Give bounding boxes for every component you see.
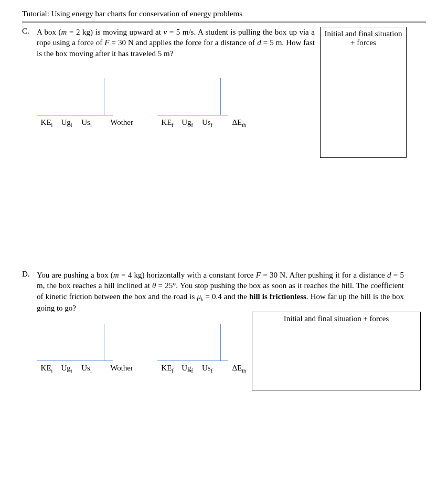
label-ug-i: Ugi	[57, 118, 77, 128]
chart-x-axis	[37, 361, 113, 361]
label-us-f: Usf	[197, 364, 217, 374]
situation-box-line: + forces	[321, 38, 406, 47]
chart-x-axis	[157, 361, 228, 361]
situation-box-line: Initial and final situation	[321, 29, 406, 38]
chart-d-initial: KEi Ugi Usi Wother	[37, 324, 142, 374]
chart-y-axis	[104, 324, 104, 361]
chart-c-initial: KEi Ugi Usi Wother	[37, 78, 142, 128]
label-us-i: Usi	[77, 364, 97, 374]
label-wother: Wother	[97, 118, 133, 128]
problem-c-letter: C.	[22, 27, 37, 36]
chart-c-final: KEf Ugf Usf ΔEth	[157, 78, 252, 128]
label-us-f: Usf	[197, 118, 217, 128]
problem-d: D. You are pushing a box (m = 4 kg) hori…	[22, 270, 426, 405]
problem-d-situation-box: Initial and final situation + forces	[252, 312, 421, 390]
label-ke-i: KEi	[37, 118, 57, 128]
situation-box-line: Initial and final situation + forces	[252, 314, 420, 323]
problem-d-prompt: You are pushing a box (m = 4 kg) horizon…	[37, 270, 404, 313]
label-wother: Wother	[97, 364, 133, 374]
problem-d-letter: D.	[22, 270, 37, 279]
problem-c-prompt: A box (m = 2 kg) is moving upward at v =…	[37, 27, 315, 59]
chart-x-axis	[157, 115, 228, 115]
label-ke-f: KEf	[157, 118, 177, 128]
tutorial-title: Tutorial: Using energy bar charts for co…	[22, 9, 426, 23]
chart-y-axis	[104, 78, 104, 115]
label-ug-i: Ugi	[57, 364, 77, 374]
label-delta-eth: ΔEth	[217, 118, 246, 128]
label-delta-eth: ΔEth	[217, 364, 246, 374]
label-ke-f: KEf	[157, 364, 177, 374]
chart-y-axis	[220, 324, 221, 361]
chart-x-axis	[37, 115, 113, 115]
label-ug-f: Ugf	[177, 118, 197, 128]
chart-d-final: KEf Ugf Usf ΔEth	[157, 324, 252, 374]
label-us-i: Usi	[77, 118, 97, 128]
label-ke-i: KEi	[37, 364, 57, 374]
chart-y-axis	[220, 78, 221, 115]
problem-c: C. A box (m = 2 kg) is moving upward at …	[22, 27, 426, 128]
problem-c-situation-box: Initial and final situation + forces	[320, 27, 407, 158]
label-ug-f: Ugf	[177, 364, 197, 374]
